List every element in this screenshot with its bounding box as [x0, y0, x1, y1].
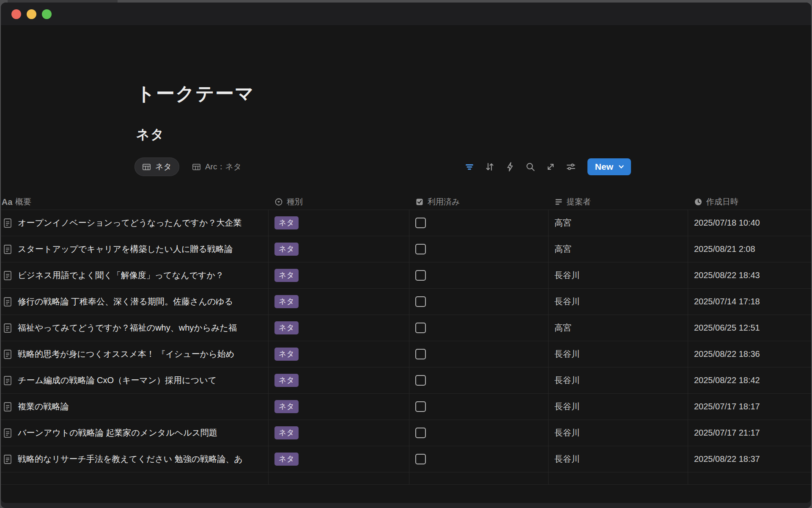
row-created-cell[interactable]: 2025/07/17 18:17 [688, 394, 811, 420]
row-type-cell[interactable]: ネタ [268, 315, 409, 341]
row-used-cell[interactable] [409, 446, 548, 472]
table-row[interactable]: オープンイノベーションってどうなったんですか？大企業 ネタ 高宮 2025/07… [1, 210, 811, 236]
search-icon[interactable] [525, 161, 536, 172]
used-checkbox[interactable] [415, 375, 426, 386]
row-title-cell[interactable]: 修行の戦略論 丁稚奉公、深く潜る期間。佐藤さんのゆる [1, 289, 268, 315]
type-tag: ネタ [274, 348, 299, 361]
row-title-cell[interactable]: オープンイノベーションってどうなったんですか？大企業 [1, 210, 268, 236]
used-checkbox[interactable] [415, 244, 426, 254]
row-title-cell[interactable]: バーンアウトの戦略論 起業家のメンタルヘルス問題 [1, 420, 268, 446]
row-proposer-cell[interactable]: 長谷川 [548, 394, 688, 420]
row-type-cell[interactable]: ネタ [268, 341, 409, 367]
new-button[interactable]: New [587, 158, 631, 175]
type-tag: ネタ [274, 321, 299, 334]
filter-icon[interactable] [464, 161, 475, 172]
new-button-label: New [595, 162, 613, 172]
page-icon [3, 428, 13, 439]
row-type-cell[interactable]: ネタ [268, 289, 409, 315]
table-row[interactable]: スタートアップでキャリアを構築したい人に贈る戦略論 ネタ 高宮 2025/08/… [1, 236, 811, 262]
sort-icon[interactable] [484, 161, 495, 172]
used-checkbox[interactable] [415, 218, 426, 228]
minimize-window-button[interactable] [27, 9, 36, 19]
clock-icon [694, 198, 702, 207]
row-title-cell[interactable]: 戦略的思考が身につくオススメ本！ 『イシューから始め [1, 341, 268, 367]
table-row[interactable]: チーム編成の戦略論 CxO（キーマン）採用について ネタ 長谷川 2025/08… [1, 367, 811, 394]
row-proposer-cell[interactable]: 長谷川 [548, 420, 688, 446]
row-used-cell[interactable] [409, 236, 548, 262]
row-created-cell[interactable]: 2025/07/17 21:17 [688, 420, 811, 446]
row-title-cell[interactable]: 複業の戦略論 [1, 394, 268, 420]
table-row[interactable]: 福祉やってみてどうですか？福祉のwhy、whyからみた福 ネタ 高宮 2025/… [1, 315, 811, 341]
row-type-cell[interactable]: ネタ [268, 367, 409, 393]
row-title-cell[interactable]: ビジネス用語でよく聞く「解像度」ってなんですか？ [1, 262, 268, 288]
column-header-used[interactable]: 利用済み [409, 196, 548, 207]
traffic-lights [11, 9, 52, 19]
table-row[interactable]: 複業の戦略論 ネタ 長谷川 2025/07/17 18:17 [1, 394, 811, 420]
row-title: 修行の戦略論 丁稚奉公、深く潜る期間。佐藤さんのゆる [18, 296, 233, 307]
row-type-cell[interactable]: ネタ [268, 446, 409, 472]
table-row[interactable]: バーンアウトの戦略論 起業家のメンタルヘルス問題 ネタ 長谷川 2025/07/… [1, 420, 811, 446]
automation-icon[interactable] [505, 161, 516, 172]
row-title-cell[interactable]: チーム編成の戦略論 CxO（キーマン）採用について [1, 367, 268, 393]
row-type-cell[interactable]: ネタ [268, 210, 409, 236]
row-title-cell[interactable]: スタートアップでキャリアを構築したい人に贈る戦略論 [1, 236, 268, 262]
table-row[interactable]: 戦略的思考が身につくオススメ本！ 『イシューから始め ネタ 長谷川 2025/0… [1, 341, 811, 367]
row-used-cell[interactable] [409, 420, 548, 446]
row-created-cell[interactable]: 2025/06/25 12:51 [688, 315, 811, 341]
row-used-cell[interactable] [409, 394, 548, 420]
row-proposer-cell[interactable]: 高宮 [548, 315, 688, 341]
used-checkbox[interactable] [415, 401, 426, 412]
type-tag: ネタ [274, 426, 299, 439]
used-checkbox[interactable] [415, 428, 426, 438]
row-created-cell[interactable]: 2025/08/22 18:43 [688, 262, 811, 288]
used-checkbox[interactable] [415, 296, 426, 307]
row-used-cell[interactable] [409, 341, 548, 367]
row-title-cell[interactable]: 福祉やってみてどうですか？福祉のwhy、whyからみた福 [1, 315, 268, 341]
tab-neta[interactable]: ネタ [134, 157, 179, 176]
used-checkbox[interactable] [415, 349, 426, 359]
row-proposer-cell[interactable]: 長谷川 [548, 341, 688, 367]
row-created-cell[interactable]: 2025/08/22 18:37 [688, 446, 811, 472]
row-proposer-cell[interactable]: 高宮 [548, 210, 688, 236]
row-used-cell[interactable] [409, 367, 548, 393]
used-checkbox[interactable] [415, 454, 426, 464]
column-header-proposer[interactable]: 提案者 [548, 196, 688, 207]
view-settings-icon[interactable] [565, 161, 576, 172]
row-proposer-cell[interactable]: 長谷川 [548, 367, 688, 393]
column-header-title[interactable]: Aa 概要 [1, 196, 268, 207]
table-row[interactable]: ビジネス用語でよく聞く「解像度」ってなんですか？ ネタ 長谷川 2025/08/… [1, 262, 811, 289]
row-created-cell[interactable]: 2025/08/22 18:42 [688, 367, 811, 393]
expand-icon[interactable] [545, 161, 556, 172]
zoom-window-button[interactable] [42, 9, 52, 19]
row-type-cell[interactable]: ネタ [268, 236, 409, 262]
row-type-cell[interactable]: ネタ [268, 394, 409, 420]
column-header-type[interactable]: 種別 [268, 196, 409, 207]
row-created-cell[interactable]: 2025/07/14 17:18 [688, 289, 811, 315]
close-window-button[interactable] [11, 9, 21, 19]
page-icon [3, 454, 13, 465]
row-proposer-cell[interactable]: 長谷川 [548, 289, 688, 315]
text-lines-icon [554, 198, 563, 207]
row-type-cell[interactable]: ネタ [268, 262, 409, 288]
row-created-cell[interactable]: 2025/08/21 2:08 [688, 236, 811, 262]
tab-arc-neta[interactable]: Arc：ネタ [184, 157, 249, 176]
table-row[interactable]: 戦略的なリサーチ手法を教えてください 勉強の戦略論、あ ネタ 長谷川 2025/… [1, 446, 811, 472]
notion-page: トークテーマ ネタ ネタ [1, 26, 811, 503]
row-proposer-cell[interactable]: 高宮 [548, 236, 688, 262]
used-checkbox[interactable] [415, 270, 426, 281]
row-title-cell[interactable]: 戦略的なリサーチ手法を教えてください 勉強の戦略論、あ [1, 446, 268, 472]
row-type-cell[interactable]: ネタ [268, 420, 409, 446]
row-created-cell[interactable]: 2025/08/22 18:36 [688, 341, 811, 367]
row-used-cell[interactable] [409, 210, 548, 236]
row-used-cell[interactable] [409, 315, 548, 341]
row-proposer-cell[interactable]: 長谷川 [548, 262, 688, 288]
row-created-cell[interactable]: 2025/07/18 10:40 [688, 210, 811, 236]
table-row[interactable]: 修行の戦略論 丁稚奉公、深く潜る期間。佐藤さんのゆる ネタ 長谷川 2025/0… [1, 289, 811, 315]
used-checkbox[interactable] [415, 323, 426, 333]
row-used-cell[interactable] [409, 289, 548, 315]
page-icon [3, 323, 13, 334]
row-proposer-cell[interactable]: 長谷川 [548, 446, 688, 472]
column-header-created[interactable]: 作成日時 [688, 196, 811, 207]
row-used-cell[interactable] [409, 262, 548, 288]
column-label: 提案者 [567, 196, 591, 207]
